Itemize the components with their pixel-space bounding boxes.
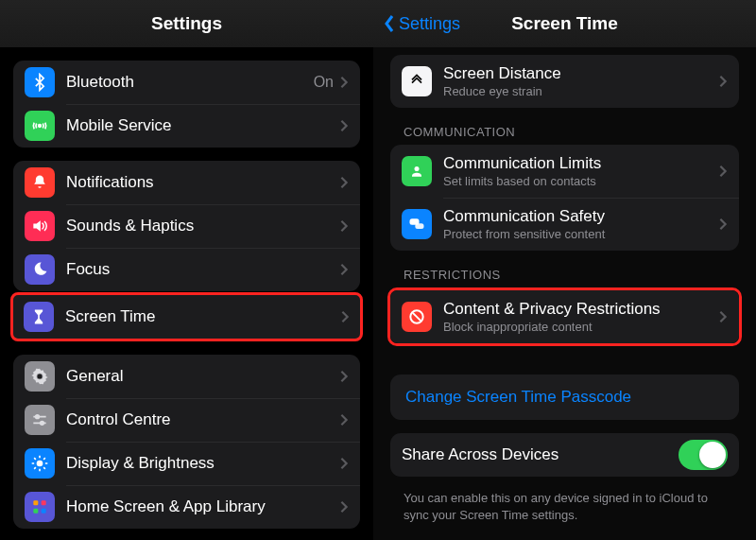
row-subtitle: Reduce eye strain xyxy=(443,84,718,99)
row-communication-limits[interactable]: Communication Limits Set limits based on… xyxy=(390,145,739,198)
row-subtitle: Set limits based on contacts xyxy=(443,174,718,189)
row-home-screen[interactable]: Home Screen & App Library xyxy=(13,485,360,529)
group-change-passcode: Change Screen Time Passcode xyxy=(390,375,739,420)
row-label: Focus xyxy=(66,260,339,279)
bell-icon xyxy=(25,167,55,198)
chevron-right-icon xyxy=(718,218,728,231)
row-title: Screen Distance xyxy=(443,64,718,83)
chevron-right-icon xyxy=(339,176,349,189)
group-communication: Communication Limits Set limits based on… xyxy=(390,145,739,251)
svg-point-4 xyxy=(37,461,43,467)
settings-pane: Settings Bluetooth On Mobile Service Not… xyxy=(0,0,373,540)
antenna-icon xyxy=(25,111,55,141)
row-screen-time[interactable]: Screen Time xyxy=(13,295,360,339)
row-title: Communication Safety xyxy=(443,207,718,226)
chat-bubbles-icon xyxy=(402,209,432,239)
row-title: Content & Privacy Restrictions xyxy=(443,300,718,319)
chevron-right-icon xyxy=(718,75,728,88)
row-control-centre[interactable]: Control Centre xyxy=(13,398,360,442)
moon-icon xyxy=(25,254,55,285)
svg-rect-11 xyxy=(415,223,423,229)
settings-group-general: General Control Centre Display & Brightn… xyxy=(13,355,360,529)
row-title: Communication Limits xyxy=(443,154,718,173)
chevron-right-icon xyxy=(339,263,349,276)
svg-point-3 xyxy=(41,422,44,426)
chevron-right-icon xyxy=(339,119,349,132)
svg-rect-7 xyxy=(33,509,38,514)
row-label: Control Centre xyxy=(66,410,339,429)
row-label: Notifications xyxy=(66,173,339,192)
speaker-icon xyxy=(25,211,55,241)
svg-rect-5 xyxy=(33,500,38,505)
screen-time-title: Screen Time xyxy=(511,13,618,33)
row-display-brightness[interactable]: Display & Brightness xyxy=(13,442,360,485)
row-sounds-haptics[interactable]: Sounds & Haptics xyxy=(13,204,360,248)
gear-icon xyxy=(25,361,55,392)
row-content-privacy-restrictions[interactable]: Content & Privacy Restrictions Block ina… xyxy=(390,290,739,343)
svg-point-1 xyxy=(38,375,43,379)
section-communication: COMMUNICATION xyxy=(404,125,756,139)
share-footer-note: You can enable this on any device signed… xyxy=(404,490,730,523)
row-general[interactable]: General xyxy=(13,355,360,398)
bluetooth-icon xyxy=(25,67,55,97)
settings-group-connectivity: Bluetooth On Mobile Service xyxy=(13,61,360,148)
settings-group-sounds: Notifications Sounds & Haptics Focus xyxy=(13,161,360,291)
svg-rect-6 xyxy=(42,500,46,505)
svg-point-9 xyxy=(415,166,420,171)
chevron-right-icon xyxy=(339,457,349,470)
chevron-right-icon xyxy=(339,500,349,514)
distance-icon xyxy=(402,66,432,96)
chevron-right-icon xyxy=(339,219,349,233)
chevron-right-icon xyxy=(718,165,728,178)
highlight-restrictions: Content & Privacy Restrictions Block ina… xyxy=(387,287,742,346)
row-label: Mobile Service xyxy=(66,116,339,135)
person-bubble-icon xyxy=(402,156,432,186)
sliders-icon xyxy=(25,405,55,435)
row-mobile-service[interactable]: Mobile Service xyxy=(13,104,360,148)
row-share-across-devices[interactable]: Share Across Devices xyxy=(390,433,739,477)
share-toggle[interactable] xyxy=(679,440,728,470)
group-screen-distance: Screen Distance Reduce eye strain xyxy=(390,55,739,108)
row-label: General xyxy=(66,367,339,386)
settings-title: Settings xyxy=(151,13,222,33)
chevron-right-icon xyxy=(339,370,349,383)
row-communication-safety[interactable]: Communication Safety Protect from sensit… xyxy=(390,198,739,251)
row-label: Bluetooth xyxy=(66,73,314,92)
chevron-right-icon xyxy=(339,413,349,427)
back-button[interactable]: Settings xyxy=(383,0,460,47)
row-bluetooth[interactable]: Bluetooth On xyxy=(13,61,360,104)
screen-time-pane: Settings Screen Time Screen Distance Red… xyxy=(373,0,756,540)
row-value: On xyxy=(314,74,334,91)
row-label: Sounds & Haptics xyxy=(66,217,339,235)
row-label: Screen Time xyxy=(65,307,340,326)
row-subtitle: Block inappropriate content xyxy=(443,320,718,335)
screen-time-header: Settings Screen Time xyxy=(373,0,756,47)
highlight-screen-time: Screen Time xyxy=(10,292,363,341)
settings-header: Settings xyxy=(0,0,373,47)
group-share-devices: Share Across Devices xyxy=(390,433,739,477)
svg-rect-8 xyxy=(42,509,46,514)
hourglass-icon xyxy=(24,302,54,332)
sun-icon xyxy=(25,448,55,479)
svg-point-0 xyxy=(39,125,42,128)
row-focus[interactable]: Focus xyxy=(13,248,360,291)
chevron-right-icon xyxy=(340,310,350,323)
row-title: Share Across Devices xyxy=(402,445,679,464)
row-subtitle: Protect from sensitive content xyxy=(443,227,718,242)
chevron-right-icon xyxy=(339,76,349,89)
svg-point-2 xyxy=(36,415,40,419)
row-notifications[interactable]: Notifications xyxy=(13,161,360,204)
app-grid-icon xyxy=(25,492,55,522)
change-passcode-button[interactable]: Change Screen Time Passcode xyxy=(390,375,739,420)
row-label: Display & Brightness xyxy=(66,454,339,473)
section-restrictions: RESTRICTIONS xyxy=(404,268,756,282)
row-label: Home Screen & App Library xyxy=(66,497,339,516)
chevron-left-icon xyxy=(383,14,396,33)
row-screen-distance[interactable]: Screen Distance Reduce eye strain xyxy=(390,55,739,108)
chevron-right-icon xyxy=(718,310,728,323)
back-label: Settings xyxy=(399,0,460,47)
no-entry-icon xyxy=(402,302,432,332)
